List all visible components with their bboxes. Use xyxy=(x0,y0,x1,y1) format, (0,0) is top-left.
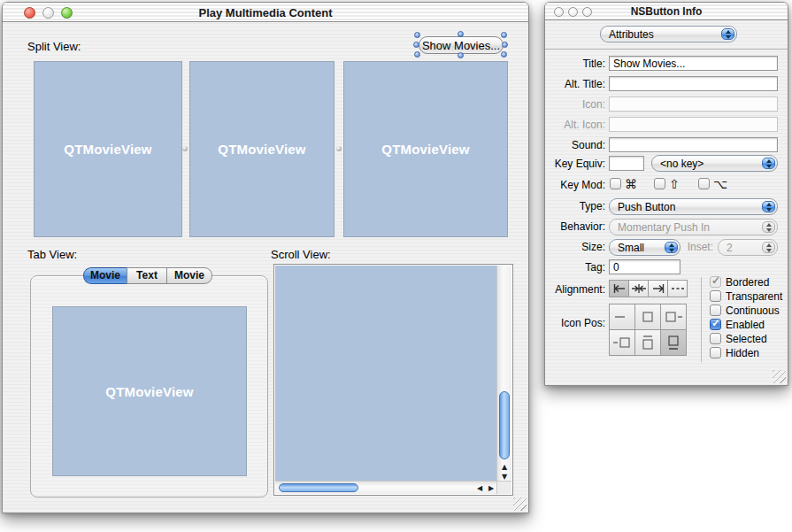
title-field[interactable] xyxy=(609,56,778,71)
scroll-right-arrow-icon[interactable]: ▶ xyxy=(485,484,497,493)
tag-field[interactable] xyxy=(609,259,681,274)
horizontal-scroll-thumb[interactable] xyxy=(279,483,358,492)
tab-bar: Movie Text Movie xyxy=(83,267,212,284)
continuous-checkbox[interactable] xyxy=(710,305,721,316)
option-key-checkbox[interactable] xyxy=(698,178,710,189)
key-equiv-popup[interactable]: <no key> xyxy=(651,155,778,172)
sound-field-label: Sound: xyxy=(545,139,605,151)
split-pane-movie-view-3[interactable]: QTMovieView xyxy=(343,61,508,237)
split-pane-movie-view-1[interactable]: QTMovieView xyxy=(34,61,182,237)
enabled-label: Enabled xyxy=(726,319,765,331)
popup-selected-value: Attributes xyxy=(609,28,654,41)
key-equiv-field[interactable] xyxy=(609,156,644,171)
bordered-checkbox xyxy=(710,276,721,288)
inspector-title-bar[interactable]: NSButton Info xyxy=(545,3,788,20)
iconpos-icon-only-button[interactable] xyxy=(634,304,661,330)
split-view-label: Split View: xyxy=(27,40,81,53)
iconpos-icon-left-button[interactable] xyxy=(660,304,687,330)
scrollbar-corner xyxy=(496,481,511,494)
popup-selected-value: 2 xyxy=(727,242,733,254)
selection-handle[interactable] xyxy=(414,32,420,38)
iconpos-icon-left-icon xyxy=(664,309,683,325)
hidden-label: Hidden xyxy=(726,347,759,359)
enabled-checkbox[interactable] xyxy=(710,319,721,330)
type-popup[interactable]: Push Button xyxy=(609,198,778,215)
movie-view-label: QTMovieView xyxy=(64,142,151,157)
command-key-checkbox[interactable] xyxy=(610,178,621,189)
title-bar[interactable]: Play Multimedia Content xyxy=(3,3,528,22)
scroll-up-arrow-icon[interactable]: ▲ xyxy=(498,463,511,472)
continuous-label: Continuous xyxy=(726,305,780,317)
align-left-button[interactable] xyxy=(609,280,629,297)
popup-stepper-icon xyxy=(721,28,734,40)
tab-movie-2[interactable]: Movie xyxy=(166,267,212,284)
alt-icon-field-label: Alt. Icon: xyxy=(545,119,605,131)
tab-movie-1[interactable]: Movie xyxy=(83,267,127,284)
alt-icon-field xyxy=(609,117,778,132)
inset-label: Inset: xyxy=(678,241,713,253)
iconpos-icon-right-button[interactable] xyxy=(609,329,635,356)
selection-handle[interactable] xyxy=(502,42,508,48)
shift-key-icon: ⇧ xyxy=(669,177,680,191)
transparent-checkbox[interactable] xyxy=(710,290,721,302)
key-equiv-label: Key Equiv: xyxy=(545,158,605,170)
align-natural-icon xyxy=(671,283,685,294)
popup-stepper-icon xyxy=(665,242,678,253)
inset-popup: 2 xyxy=(718,239,778,256)
command-key-icon: ⌘ xyxy=(625,177,637,191)
alt-title-field-label: Alt. Title: xyxy=(545,78,605,90)
align-right-button[interactable] xyxy=(648,280,668,297)
shift-key-checkbox[interactable] xyxy=(654,178,665,189)
size-popup[interactable]: Small xyxy=(609,239,681,256)
selection-handle[interactable] xyxy=(413,42,419,48)
selection-handle[interactable] xyxy=(458,31,464,37)
document-window: Play Multimedia Content Split View: QTMo… xyxy=(2,2,529,513)
alt-title-field[interactable] xyxy=(609,76,778,91)
scroll-view: ▲ ▼ ◀ ▶ xyxy=(273,264,513,496)
scroll-content[interactable] xyxy=(275,266,497,482)
selection-handle[interactable] xyxy=(501,51,507,58)
iconpos-icon-above-title-icon xyxy=(664,335,683,351)
movie-view-label: QTMovieView xyxy=(105,384,193,399)
selected-checkbox[interactable] xyxy=(710,333,721,344)
iconpos-icon-only-icon xyxy=(638,309,657,325)
popup-selected-value: Momentary Push In xyxy=(618,221,710,234)
iconpos-title-only-icon xyxy=(612,309,632,325)
bordered-label: Bordered xyxy=(726,276,769,289)
selected-label: Selected xyxy=(726,333,767,345)
show-movies-button[interactable]: Show Movies... xyxy=(419,36,504,54)
split-divider-dimple[interactable] xyxy=(182,146,188,151)
tab-content-movie-view[interactable]: QTMovieView xyxy=(52,306,247,476)
hidden-checkbox[interactable] xyxy=(710,347,721,359)
iconpos-icon-right-icon xyxy=(612,335,632,351)
resize-grip[interactable] xyxy=(773,370,786,383)
type-label: Type: xyxy=(545,200,605,212)
resize-grip[interactable] xyxy=(513,497,527,511)
iconpos-title-above-icon-button[interactable] xyxy=(634,329,661,356)
selection-handle[interactable] xyxy=(501,32,507,38)
behavior-label: Behavior: xyxy=(545,220,605,233)
tag-label: Tag: xyxy=(545,261,605,274)
behavior-popup: Momentary Push In xyxy=(609,219,778,235)
horizontal-scrollbar[interactable]: ◀ ▶ xyxy=(275,481,497,494)
selection-handle[interactable] xyxy=(414,51,420,58)
vertical-scroll-thumb[interactable] xyxy=(499,391,510,459)
transparent-label: Transparent xyxy=(726,290,782,303)
vertical-scrollbar[interactable]: ▲ ▼ xyxy=(496,266,511,482)
scroll-left-arrow-icon[interactable]: ◀ xyxy=(473,484,486,493)
inspector-pane-popup[interactable]: Attributes xyxy=(600,26,737,42)
align-natural-button[interactable] xyxy=(667,280,688,297)
align-center-button[interactable] xyxy=(628,280,649,297)
align-right-icon xyxy=(651,283,665,294)
split-divider-dimple[interactable] xyxy=(336,146,342,151)
toolbar-separator xyxy=(545,49,788,50)
tab-text[interactable]: Text xyxy=(127,267,167,284)
selection-handle[interactable] xyxy=(458,52,464,58)
popup-stepper-icon xyxy=(762,158,775,169)
iconpos-title-only-button[interactable] xyxy=(609,304,635,330)
size-label: Size: xyxy=(545,241,605,253)
sound-field[interactable] xyxy=(609,137,778,152)
split-pane-movie-view-2[interactable]: QTMovieView xyxy=(189,61,334,237)
icon-pos-label: Icon Pos: xyxy=(545,317,605,329)
iconpos-icon-above-title-button[interactable] xyxy=(660,329,687,356)
